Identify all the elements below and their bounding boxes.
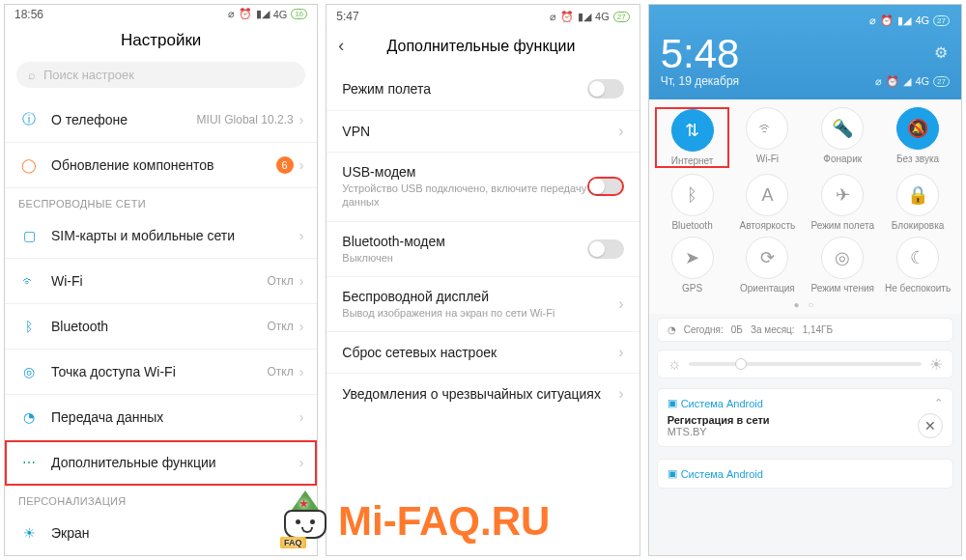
qs-tile-icon[interactable]: ᯤ — [746, 107, 788, 150]
qs-tile-icon[interactable]: ⟳ — [746, 237, 788, 279]
alarm-icon: ⏰ — [239, 8, 252, 20]
android-icon: ▣ — [668, 397, 677, 409]
row-sim[interactable]: ▢ SIM-карты и мобильные сети › — [5, 213, 317, 259]
usage-today-label: Сегодня: — [684, 324, 724, 335]
qs-tile-gps[interactable]: ➤GPS — [655, 237, 730, 294]
row-more-functions[interactable]: ⋯ Дополнительные функции › — [5, 440, 317, 486]
brightness-track[interactable] — [689, 362, 922, 366]
row-vpn[interactable]: VPN › — [327, 111, 639, 153]
qs-tile-блокировка[interactable]: 🔒Блокировка — [880, 174, 955, 231]
row-value: MIUI Global 10.2.3 — [197, 113, 294, 126]
search-input[interactable]: ⌕ Поиск настроек — [16, 62, 305, 88]
qs-tile-icon[interactable]: 🔦 — [821, 107, 864, 150]
chevron-right-icon: › — [618, 295, 623, 313]
qs-tile-label: Bluetooth — [671, 220, 712, 231]
airplane-toggle[interactable] — [587, 79, 624, 98]
row-wireless-display[interactable]: Беспроводной дисплей Вывод изображения н… — [327, 277, 639, 332]
qs-tile-icon[interactable]: 🔒 — [896, 174, 939, 216]
usb-tether-toggle[interactable] — [587, 177, 624, 196]
bt-tether-toggle[interactable] — [587, 239, 624, 259]
chevron-right-icon: › — [618, 344, 623, 361]
qs-tile-не-беспокоить[interactable]: ☾Не беспокоить — [880, 237, 955, 294]
row-label: SIM-карты и мобильные сети — [51, 228, 299, 243]
network-label: 4G — [595, 11, 610, 22]
qs-tile-icon[interactable]: ⇅ — [671, 109, 714, 152]
row-wifi[interactable]: ᯤ Wi-Fi Откл › — [5, 259, 317, 304]
chevron-right-icon: › — [299, 273, 304, 289]
row-bluetooth[interactable]: ᛒ Bluetooth Откл › — [5, 304, 317, 350]
data-usage-bar[interactable]: ◔ Сегодня: 0Б За месяц: 1,14ГБ — [657, 318, 953, 342]
qs-tile-icon[interactable]: ✈ — [821, 174, 864, 216]
status-bar: ⌀ ⏰ ▮◢ 4G 27 — [661, 9, 950, 32]
qs-tile-без-звука[interactable]: 🔕Без звука — [880, 107, 955, 168]
brightness-thumb[interactable] — [735, 358, 747, 370]
qs-tile-ориентация[interactable]: ⟳Ориентация — [729, 237, 805, 294]
qs-tile-icon[interactable]: ᛒ — [671, 174, 714, 216]
qs-tile-label: Интернет — [671, 155, 714, 166]
qs-tile-icon[interactable]: 🔕 — [896, 107, 939, 150]
qs-tile-автояркость[interactable]: AАвтояркость — [729, 174, 805, 231]
row-emergency-alerts[interactable]: Уведомления о чрезвычайных ситуациях › — [327, 374, 639, 414]
section-wireless: БЕСПРОВОДНЫЕ СЕТИ — [5, 188, 317, 213]
qs-tile-wi-fi[interactable]: ᯤWi-Fi — [729, 107, 805, 168]
row-update[interactable]: ◯ Обновление компонентов 6 › — [5, 143, 317, 188]
row-usb-tether[interactable]: USB-модем Устройство USB подключено, вкл… — [327, 153, 639, 222]
pager-dots: ● ○ — [649, 297, 961, 314]
qs-tile-icon[interactable]: ☾ — [896, 237, 939, 279]
dnd-icon: ⌀ — [869, 14, 876, 27]
qs-tile-label: Режим полета — [810, 220, 873, 231]
qs-tile-интернет[interactable]: ⇅Интернет — [655, 107, 730, 168]
row-sublabel: Устройство USB подключено, включите пере… — [342, 182, 586, 210]
battery-icon: 16 — [291, 9, 307, 19]
row-display[interactable]: ☀ Экран › — [5, 511, 317, 555]
status-bar: 5:47 ⌀ ⏰ ▮◢ 4G 27 — [327, 5, 639, 28]
qs-tile-фонарик[interactable]: 🔦Фонарик — [805, 107, 880, 168]
shade-time: 5:48 — [661, 34, 950, 74]
update-icon: ◯ — [18, 154, 40, 176]
qs-tile-label: Автояркость — [740, 220, 796, 231]
row-reset-network[interactable]: Сброс сетевых настроек › — [327, 332, 639, 374]
chevron-right-icon: › — [618, 123, 623, 140]
sim-icon: ▢ — [18, 225, 40, 246]
row-label: Беспроводной дисплей — [342, 289, 618, 304]
settings-gear-icon[interactable]: ⚙ — [934, 43, 948, 62]
shade-date: Чт, 19 декабря — [661, 74, 739, 88]
qs-tile-icon[interactable]: ➤ — [671, 237, 714, 279]
chevron-right-icon: › — [299, 228, 304, 243]
chevron-right-icon: › — [299, 455, 304, 470]
row-data-usage[interactable]: ◔ Передача данных › — [5, 395, 317, 440]
qs-tile-icon[interactable]: A — [746, 174, 788, 216]
qs-tile-bluetooth[interactable]: ᛒBluetooth — [655, 174, 730, 231]
search-icon: ⌕ — [28, 68, 36, 82]
notification-dismiss-button[interactable]: ✕ — [918, 413, 943, 438]
row-about-phone[interactable]: ⓘ О телефоне MIUI Global 10.2.3 › — [5, 98, 317, 143]
qs-tile-режим-чтения[interactable]: ◎Режим чтения — [805, 237, 880, 294]
notification-card[interactable]: ▣ Система Android ⌃ Регистрация в сети M… — [657, 388, 953, 447]
row-label: Точка доступа Wi-Fi — [51, 364, 267, 379]
info-icon: ⓘ — [18, 109, 40, 130]
chevron-up-icon[interactable]: ⌃ — [934, 397, 943, 409]
qs-tile-label: Без звука — [896, 154, 939, 164]
qs-tile-режим-полета[interactable]: ✈Режим полета — [805, 174, 880, 231]
update-badge: 6 — [276, 156, 294, 174]
status-icons: ⌀ ⏰ ▮◢ 4G 27 — [550, 11, 630, 23]
dnd-icon: ⌀ — [875, 75, 882, 88]
chevron-right-icon: › — [299, 319, 304, 334]
row-bt-tether[interactable]: Bluetooth-модем Выключен — [327, 222, 639, 277]
network-label: 4G — [915, 75, 929, 87]
row-label: Bluetooth — [51, 319, 267, 334]
row-label: Wi-Fi — [51, 273, 267, 289]
row-label: Экран — [51, 525, 299, 541]
row-airplane[interactable]: Режим полета — [327, 68, 639, 111]
network-label: 4G — [915, 14, 929, 26]
back-button[interactable]: ‹ — [338, 36, 344, 56]
row-label: О телефоне — [51, 112, 197, 127]
gauge-icon: ◔ — [668, 324, 676, 335]
brightness-slider[interactable]: ☼ ☀ — [657, 350, 953, 378]
brightness-high-icon: ☀ — [929, 355, 943, 374]
row-hotspot[interactable]: ◎ Точка доступа Wi-Fi Откл › — [5, 350, 317, 395]
notification-card[interactable]: ▣ Система Android — [657, 459, 953, 489]
status-bar: 18:56 ⌀ ⏰ ▮◢ 4G 16 — [5, 5, 317, 23]
qs-tile-icon[interactable]: ◎ — [821, 237, 864, 279]
qs-tile-label: Режим чтения — [811, 283, 874, 294]
